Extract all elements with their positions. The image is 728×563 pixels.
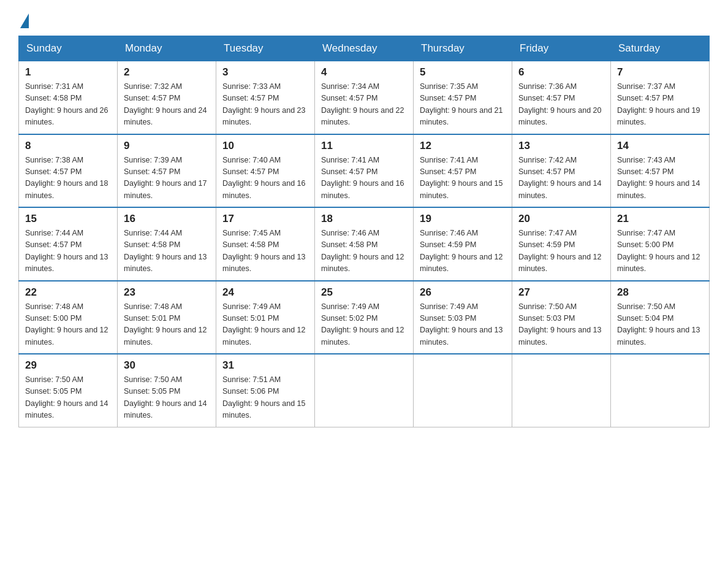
- day-info: Sunrise: 7:37 AM Sunset: 4:57 PM Dayligh…: [617, 81, 703, 129]
- header-saturday: Saturday: [611, 36, 710, 61]
- header-tuesday: Tuesday: [216, 36, 315, 61]
- day-info: Sunrise: 7:49 AM Sunset: 5:03 PM Dayligh…: [420, 301, 506, 349]
- calendar-cell: 16 Sunrise: 7:44 AM Sunset: 4:58 PM Dayl…: [118, 207, 216, 281]
- calendar-week-5: 29 Sunrise: 7:50 AM Sunset: 5:05 PM Dayl…: [19, 354, 710, 427]
- day-info: Sunrise: 7:47 AM Sunset: 5:00 PM Dayligh…: [617, 228, 703, 275]
- day-info: Sunrise: 7:46 AM Sunset: 4:59 PM Dayligh…: [420, 228, 506, 275]
- calendar-cell: 5 Sunrise: 7:35 AM Sunset: 4:57 PM Dayli…: [414, 61, 512, 134]
- day-number: 24: [222, 286, 308, 299]
- day-info: Sunrise: 7:44 AM Sunset: 4:57 PM Dayligh…: [25, 228, 111, 275]
- header-wednesday: Wednesday: [315, 36, 414, 61]
- day-info: Sunrise: 7:31 AM Sunset: 4:58 PM Dayligh…: [25, 81, 111, 129]
- day-info: Sunrise: 7:32 AM Sunset: 4:57 PM Dayligh…: [124, 81, 210, 129]
- day-info: Sunrise: 7:34 AM Sunset: 4:57 PM Dayligh…: [321, 81, 407, 129]
- calendar-cell: 10 Sunrise: 7:40 AM Sunset: 4:57 PM Dayl…: [216, 134, 315, 208]
- day-number: 17: [222, 213, 308, 225]
- calendar-cell: 25 Sunrise: 7:49 AM Sunset: 5:02 PM Dayl…: [315, 281, 414, 354]
- day-info: Sunrise: 7:43 AM Sunset: 4:57 PM Dayligh…: [617, 155, 703, 202]
- calendar-cell: 30 Sunrise: 7:50 AM Sunset: 5:05 PM Dayl…: [118, 354, 216, 427]
- day-info: Sunrise: 7:51 AM Sunset: 5:06 PM Dayligh…: [222, 374, 308, 422]
- calendar-cell: 31 Sunrise: 7:51 AM Sunset: 5:06 PM Dayl…: [216, 354, 315, 427]
- calendar-week-1: 1 Sunrise: 7:31 AM Sunset: 4:58 PM Dayli…: [19, 61, 710, 134]
- calendar-week-3: 15 Sunrise: 7:44 AM Sunset: 4:57 PM Dayl…: [19, 207, 710, 281]
- day-number: 27: [518, 286, 604, 299]
- calendar-cell: [414, 354, 512, 427]
- calendar-cell: 28 Sunrise: 7:50 AM Sunset: 5:04 PM Dayl…: [611, 281, 710, 354]
- day-number: 2: [124, 66, 210, 79]
- calendar-cell: 17 Sunrise: 7:45 AM Sunset: 4:58 PM Dayl…: [216, 207, 315, 281]
- calendar-cell: [611, 354, 710, 427]
- day-number: 8: [25, 140, 111, 152]
- day-number: 7: [617, 66, 703, 79]
- calendar-cell: 15 Sunrise: 7:44 AM Sunset: 4:57 PM Dayl…: [19, 207, 118, 281]
- header-friday: Friday: [512, 36, 611, 61]
- calendar-cell: 6 Sunrise: 7:36 AM Sunset: 4:57 PM Dayli…: [512, 61, 611, 134]
- day-info: Sunrise: 7:44 AM Sunset: 4:58 PM Dayligh…: [124, 228, 210, 275]
- day-info: Sunrise: 7:41 AM Sunset: 4:57 PM Dayligh…: [321, 155, 407, 202]
- calendar-cell: 24 Sunrise: 7:49 AM Sunset: 5:01 PM Dayl…: [216, 281, 315, 354]
- calendar-cell: 3 Sunrise: 7:33 AM Sunset: 4:57 PM Dayli…: [216, 61, 315, 134]
- day-info: Sunrise: 7:41 AM Sunset: 4:57 PM Dayligh…: [420, 155, 506, 202]
- day-number: 16: [124, 213, 210, 225]
- calendar-cell: 22 Sunrise: 7:48 AM Sunset: 5:00 PM Dayl…: [19, 281, 118, 354]
- header-thursday: Thursday: [414, 36, 512, 61]
- calendar-cell: 27 Sunrise: 7:50 AM Sunset: 5:03 PM Dayl…: [512, 281, 611, 354]
- day-info: Sunrise: 7:47 AM Sunset: 4:59 PM Dayligh…: [518, 228, 604, 275]
- day-number: 28: [617, 286, 703, 299]
- day-number: 3: [222, 66, 308, 79]
- calendar-cell: 11 Sunrise: 7:41 AM Sunset: 4:57 PM Dayl…: [315, 134, 414, 208]
- header-sunday: Sunday: [19, 36, 118, 61]
- calendar-cell: 1 Sunrise: 7:31 AM Sunset: 4:58 PM Dayli…: [19, 61, 118, 134]
- calendar-week-2: 8 Sunrise: 7:38 AM Sunset: 4:57 PM Dayli…: [19, 134, 710, 208]
- calendar-cell: 14 Sunrise: 7:43 AM Sunset: 4:57 PM Dayl…: [611, 134, 710, 208]
- calendar-cell: 18 Sunrise: 7:46 AM Sunset: 4:58 PM Dayl…: [315, 207, 414, 281]
- day-info: Sunrise: 7:49 AM Sunset: 5:01 PM Dayligh…: [222, 301, 308, 349]
- day-info: Sunrise: 7:42 AM Sunset: 4:57 PM Dayligh…: [518, 155, 604, 202]
- calendar-cell: [315, 354, 414, 427]
- day-number: 21: [617, 213, 703, 225]
- day-info: Sunrise: 7:50 AM Sunset: 5:03 PM Dayligh…: [518, 301, 604, 349]
- day-number: 1: [25, 66, 111, 79]
- day-number: 6: [518, 66, 604, 79]
- day-number: 20: [518, 213, 604, 225]
- calendar-cell: 21 Sunrise: 7:47 AM Sunset: 5:00 PM Dayl…: [611, 207, 710, 281]
- calendar-table: SundayMondayTuesdayWednesdayThursdayFrid…: [18, 36, 710, 427]
- logo-triangle-icon: [20, 13, 29, 28]
- calendar-cell: 12 Sunrise: 7:41 AM Sunset: 4:57 PM Dayl…: [414, 134, 512, 208]
- day-info: Sunrise: 7:40 AM Sunset: 4:57 PM Dayligh…: [222, 155, 308, 202]
- day-info: Sunrise: 7:50 AM Sunset: 5:05 PM Dayligh…: [124, 374, 210, 422]
- day-number: 19: [420, 213, 506, 225]
- calendar-cell: 20 Sunrise: 7:47 AM Sunset: 4:59 PM Dayl…: [512, 207, 611, 281]
- day-number: 11: [321, 140, 407, 152]
- day-number: 4: [321, 66, 407, 79]
- day-info: Sunrise: 7:50 AM Sunset: 5:04 PM Dayligh…: [617, 301, 703, 349]
- day-info: Sunrise: 7:35 AM Sunset: 4:57 PM Dayligh…: [420, 81, 506, 129]
- day-info: Sunrise: 7:39 AM Sunset: 4:57 PM Dayligh…: [124, 155, 210, 202]
- calendar-cell: 4 Sunrise: 7:34 AM Sunset: 4:57 PM Dayli…: [315, 61, 414, 134]
- day-info: Sunrise: 7:45 AM Sunset: 4:58 PM Dayligh…: [222, 228, 308, 275]
- calendar-cell: 19 Sunrise: 7:46 AM Sunset: 4:59 PM Dayl…: [414, 207, 512, 281]
- day-number: 18: [321, 213, 407, 225]
- day-number: 13: [518, 140, 604, 152]
- day-number: 22: [25, 286, 111, 299]
- calendar-cell: 2 Sunrise: 7:32 AM Sunset: 4:57 PM Dayli…: [118, 61, 216, 134]
- calendar-cell: [512, 354, 611, 427]
- day-number: 14: [617, 140, 703, 152]
- day-number: 30: [124, 359, 210, 372]
- day-info: Sunrise: 7:33 AM Sunset: 4:57 PM Dayligh…: [222, 81, 308, 129]
- day-number: 12: [420, 140, 506, 152]
- day-info: Sunrise: 7:36 AM Sunset: 4:57 PM Dayligh…: [518, 81, 604, 129]
- page-header: [18, 12, 710, 26]
- day-info: Sunrise: 7:48 AM Sunset: 5:00 PM Dayligh…: [25, 301, 111, 349]
- calendar-week-4: 22 Sunrise: 7:48 AM Sunset: 5:00 PM Dayl…: [19, 281, 710, 354]
- day-number: 31: [222, 359, 308, 372]
- day-number: 23: [124, 286, 210, 299]
- day-number: 15: [25, 213, 111, 225]
- day-number: 9: [124, 140, 210, 152]
- logo: [18, 12, 29, 26]
- calendar-cell: 8 Sunrise: 7:38 AM Sunset: 4:57 PM Dayli…: [19, 134, 118, 208]
- day-number: 26: [420, 286, 506, 299]
- calendar-cell: 13 Sunrise: 7:42 AM Sunset: 4:57 PM Dayl…: [512, 134, 611, 208]
- calendar-cell: 26 Sunrise: 7:49 AM Sunset: 5:03 PM Dayl…: [414, 281, 512, 354]
- calendar-cell: 9 Sunrise: 7:39 AM Sunset: 4:57 PM Dayli…: [118, 134, 216, 208]
